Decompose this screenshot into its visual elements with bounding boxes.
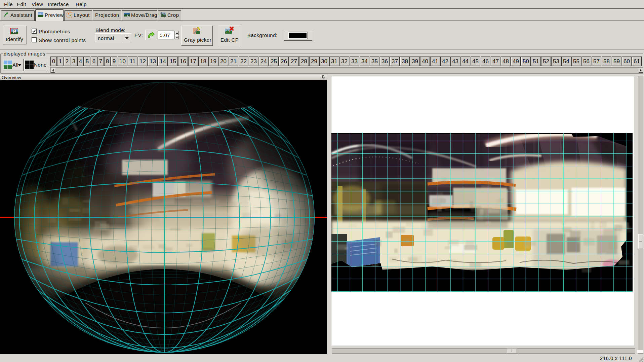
svg-text:1: 1 [14, 30, 16, 33]
svg-text:GL: GL [38, 13, 42, 15]
